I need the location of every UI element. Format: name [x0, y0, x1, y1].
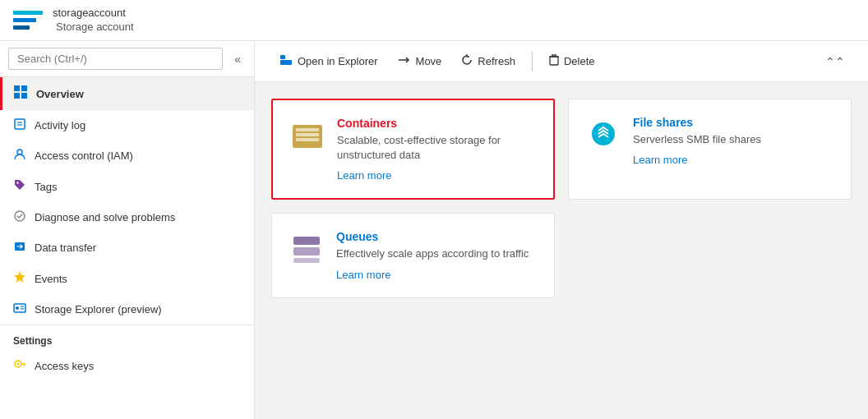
queues-card[interactable]: Queues Effectively scale apps according …: [271, 213, 555, 297]
sidebar-item-tags[interactable]: Tags: [0, 171, 254, 202]
queues-card-description: Effectively scale apps according to traf…: [336, 246, 538, 261]
containers-learn-more-link[interactable]: Learn more: [337, 169, 537, 182]
toolbar: Open in Explorer Move: [255, 41, 868, 82]
activity-icon: [13, 117, 26, 133]
svg-point-8: [16, 182, 18, 183]
containers-card-description: Scalable, cost-effective storage for uns…: [337, 133, 537, 163]
move-label: Move: [416, 55, 442, 67]
delete-icon: [549, 54, 559, 68]
sidebar-item-label-diagnose: Diagnose and solve problems: [35, 211, 175, 223]
refresh-button[interactable]: Refresh: [453, 49, 524, 73]
sidebar-search-bar: «: [0, 41, 254, 77]
move-button[interactable]: Move: [390, 50, 450, 72]
queues-card-title: Queues: [336, 230, 538, 243]
access-keys-icon: [13, 357, 26, 374]
sidebar-item-label-data-transfer: Data transfer: [35, 242, 96, 254]
svg-rect-20: [280, 55, 285, 59]
sidebar-item-events[interactable]: Events: [0, 263, 254, 294]
containers-card[interactable]: Containers Scalable, cost-effective stor…: [271, 99, 555, 200]
file-shares-card-description: Serverless SMB file shares: [633, 132, 834, 147]
app-logo: [13, 9, 43, 32]
refresh-label: Refresh: [478, 55, 515, 67]
storage-explorer-icon: [13, 302, 26, 317]
sidebar-item-access-control[interactable]: Access control (IAM): [0, 140, 254, 171]
file-shares-card-title: File shares: [633, 116, 834, 129]
collapse-sidebar-button[interactable]: «: [229, 49, 246, 69]
move-icon: [398, 55, 411, 67]
delete-button[interactable]: Delete: [541, 49, 603, 73]
sidebar-item-diagnose[interactable]: Diagnose and solve problems: [0, 202, 254, 233]
sidebar-item-label-access-keys: Access keys: [35, 360, 94, 372]
cards-container: Containers Scalable, cost-effective stor…: [255, 82, 868, 419]
svg-rect-0: [14, 85, 20, 91]
sidebar-item-label-storage-explorer: Storage Explorer (preview): [35, 303, 162, 315]
svg-rect-21: [280, 60, 292, 65]
open-in-explorer-label: Open in Explorer: [298, 55, 378, 67]
account-subtitle: Storage account: [56, 21, 134, 35]
transfer-icon: [13, 240, 26, 256]
logo-bar-2: [13, 18, 36, 22]
iam-icon: [13, 148, 26, 163]
svg-rect-31: [296, 138, 319, 141]
svg-rect-34: [293, 247, 320, 256]
svg-rect-3: [21, 93, 27, 99]
diagnose-icon: [13, 210, 26, 225]
sidebar-item-data-transfer[interactable]: Data transfer: [0, 233, 254, 263]
queues-card-content: Queues Effectively scale apps according …: [336, 230, 538, 280]
queues-icon: [289, 230, 325, 266]
sidebar-item-access-keys[interactable]: Access keys: [0, 350, 254, 381]
sidebar-item-activity-log[interactable]: Activity log: [0, 110, 254, 140]
sidebar-item-label-access-control: Access control (IAM): [35, 150, 133, 162]
main-layout: « Overview: [0, 41, 868, 419]
sidebar-item-label-activity-log: Activity log: [35, 119, 85, 131]
logo-bar-1: [13, 11, 43, 15]
delete-label: Delete: [564, 55, 595, 67]
svg-rect-23: [550, 57, 558, 65]
svg-rect-29: [296, 128, 319, 131]
overview-icon: [13, 85, 28, 103]
collapse-arrows-button[interactable]: ⌃⌃: [819, 52, 852, 71]
sidebar: « Overview: [0, 41, 255, 419]
svg-point-17: [17, 363, 20, 366]
sidebar-scroll: Overview Activity log: [0, 77, 254, 419]
svg-rect-4: [15, 119, 25, 129]
containers-card-content: Containers Scalable, cost-effective stor…: [337, 117, 537, 182]
svg-point-7: [17, 150, 22, 154]
tags-icon: [13, 178, 26, 195]
containers-icon: [289, 117, 326, 153]
events-icon: [13, 270, 26, 287]
open-in-explorer-button[interactable]: Open in Explorer: [271, 49, 386, 73]
open-in-explorer-icon: [279, 54, 293, 68]
logo-bar-3: [13, 25, 30, 30]
account-name: storageaccount: [53, 7, 134, 21]
svg-rect-35: [293, 258, 320, 263]
svg-rect-1: [21, 85, 27, 91]
sidebar-item-label-overview: Overview: [36, 88, 84, 100]
svg-rect-30: [296, 133, 319, 136]
content-area: Open in Explorer Move: [255, 41, 868, 419]
svg-rect-33: [293, 237, 320, 245]
sidebar-item-storage-explorer[interactable]: Storage Explorer (preview): [0, 294, 254, 325]
svg-marker-11: [14, 271, 25, 283]
sidebar-item-overview[interactable]: Overview: [0, 77, 254, 110]
settings-section-header: Settings: [0, 325, 254, 350]
file-shares-card[interactable]: File shares Serverless SMB file shares L…: [568, 99, 852, 200]
file-shares-card-content: File shares Serverless SMB file shares L…: [633, 116, 834, 166]
sidebar-item-label-tags: Tags: [35, 181, 57, 193]
queues-learn-more-link[interactable]: Learn more: [336, 269, 538, 281]
file-shares-learn-more-link[interactable]: Learn more: [633, 154, 834, 166]
svg-rect-2: [14, 93, 20, 99]
toolbar-separator: [532, 52, 533, 71]
file-shares-icon: [585, 116, 621, 152]
containers-card-title: Containers: [337, 117, 537, 130]
top-bar: storageaccount Storage account: [0, 0, 868, 41]
svg-point-13: [16, 306, 19, 310]
sidebar-item-label-events: Events: [35, 273, 67, 285]
search-input[interactable]: [8, 48, 223, 70]
refresh-icon: [461, 54, 473, 68]
